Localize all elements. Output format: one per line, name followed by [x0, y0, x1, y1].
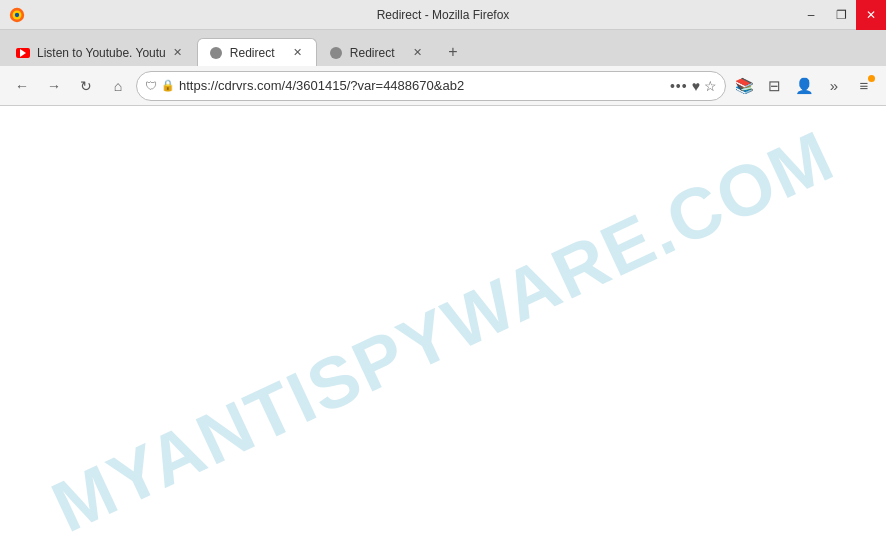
library-icon: 📚	[735, 77, 754, 95]
svg-point-2	[15, 12, 19, 16]
restore-button[interactable]: ❐	[826, 0, 856, 30]
svg-point-4	[330, 47, 342, 59]
tab-bar: Listen to Youtube. Youtu ✕ Redirect ✕ Re…	[0, 30, 886, 66]
hamburger-icon: ≡	[860, 77, 869, 94]
synced-tabs-icon: ⊟	[768, 77, 781, 95]
tab-youtube-close[interactable]: ✕	[170, 45, 186, 61]
more-tools-icon: »	[830, 77, 838, 94]
shield-icon: 🛡	[145, 79, 157, 93]
pocket-icon[interactable]: ♥	[692, 78, 700, 94]
window-controls: – ❐ ✕	[796, 0, 886, 29]
notification-dot	[868, 75, 875, 82]
container-icon: 👤	[795, 77, 814, 95]
nav-bar: ← → ↻ ⌂ 🛡 🔒 https://cdrvrs.com/4/3601415…	[0, 66, 886, 106]
menu-button[interactable]: ≡	[850, 72, 878, 100]
tab-youtube-label: Listen to Youtube. Youtu	[37, 46, 166, 60]
tab-youtube-favicon	[15, 45, 31, 61]
home-button[interactable]: ⌂	[104, 72, 132, 100]
tab-redirect-2-close[interactable]: ✕	[410, 45, 426, 61]
tab-redirect-1-close[interactable]: ✕	[290, 45, 306, 61]
watermark: MYANTISPYWARE.COM	[40, 113, 846, 547]
tab-redirect-2-label: Redirect	[350, 46, 406, 60]
more-tools-button[interactable]: »	[820, 72, 848, 100]
lock-icon: 🔒	[161, 79, 175, 92]
address-more-button[interactable]: •••	[670, 78, 688, 94]
synced-tabs-button[interactable]: ⊟	[760, 72, 788, 100]
new-tab-button[interactable]: +	[439, 38, 467, 66]
svg-point-3	[210, 47, 222, 59]
tab-redirect-1-favicon	[208, 45, 224, 61]
page-content: MYANTISPYWARE.COM	[0, 106, 886, 555]
toolbar-right: 📚 ⊟ 👤 » ≡	[730, 72, 878, 100]
close-button[interactable]: ✕	[856, 0, 886, 30]
reload-button[interactable]: ↻	[72, 72, 100, 100]
address-bar-container[interactable]: 🛡 🔒 https://cdrvrs.com/4/3601415/?var=44…	[136, 71, 726, 101]
address-text: https://cdrvrs.com/4/3601415/?var=448867…	[179, 78, 666, 93]
tab-redirect-2[interactable]: Redirect ✕	[317, 38, 437, 66]
firefox-icon	[8, 6, 26, 24]
tab-youtube[interactable]: Listen to Youtube. Youtu ✕	[4, 38, 197, 66]
tab-redirect-1-label: Redirect	[230, 46, 286, 60]
back-button[interactable]: ←	[8, 72, 36, 100]
container-button[interactable]: 👤	[790, 72, 818, 100]
bookmark-star-icon[interactable]: ☆	[704, 78, 717, 94]
forward-button[interactable]: →	[40, 72, 68, 100]
tab-redirect-2-favicon	[328, 45, 344, 61]
minimize-button[interactable]: –	[796, 0, 826, 30]
tab-redirect-1[interactable]: Redirect ✕	[197, 38, 317, 66]
window-title: Redirect - Mozilla Firefox	[377, 8, 510, 22]
title-bar: Redirect - Mozilla Firefox – ❐ ✕	[0, 0, 886, 30]
library-button[interactable]: 📚	[730, 72, 758, 100]
